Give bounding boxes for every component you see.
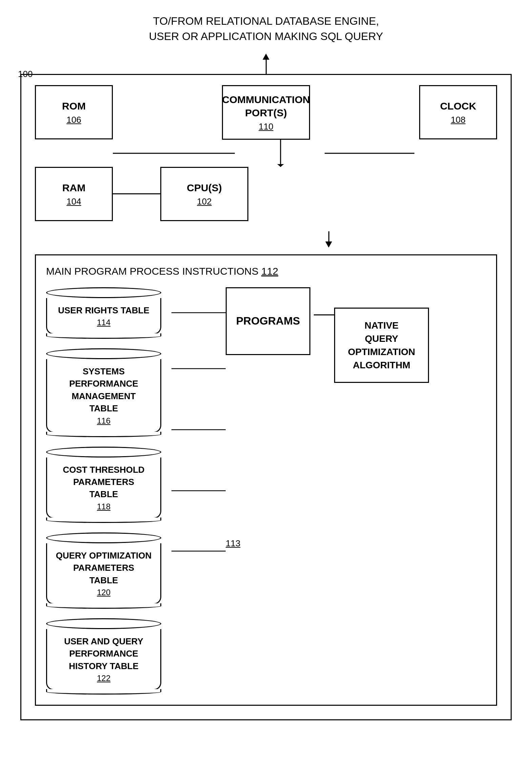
programs-label: PROGRAMS	[236, 315, 300, 327]
spm-ref: 116	[97, 416, 110, 426]
cylinder-user-rights: USER RIGHTS TABLE 114	[46, 287, 161, 339]
uqph-ref: 122	[97, 674, 110, 683]
cylinders-column: USER RIGHTS TABLE 114 SYSTEMS PERFORMANC…	[46, 287, 171, 695]
cpu-box: CPU(S) 102	[160, 167, 248, 221]
main-program-title: MAIN PROGRAM PROCESS INSTRUCTIONS 112	[46, 266, 486, 277]
cost-label: COST THRESHOLD PARAMETERS TABLE	[63, 464, 144, 501]
svg-marker-3	[277, 164, 284, 167]
cylinder-connectors-svg	[171, 287, 226, 695]
rom-ref: 106	[66, 115, 81, 125]
top-connectors-svg	[35, 140, 497, 167]
ref-100-label: 100	[18, 69, 33, 79]
rom-box: ROM 106	[35, 85, 113, 139]
cost-ref: 118	[97, 502, 110, 511]
outer-box-100: 100 ROM 106 COMMUNICATION PORT(S) 110 C	[20, 74, 512, 720]
qopt-ref: 120	[97, 588, 110, 597]
ram-label: RAM	[62, 181, 85, 194]
spm-label: SYSTEMS PERFORMANCE MANAGEMENT TABLE	[54, 365, 154, 415]
ram-ref: 104	[66, 196, 81, 207]
comm-port-ref: 110	[259, 121, 273, 132]
native-query-box: NATIVE QUERY OPTIMIZATION ALGORITHM	[334, 308, 429, 383]
clock-ref: 108	[451, 115, 465, 125]
programs-box: PROGRAMS	[226, 287, 310, 355]
cpu-label: CPU(S)	[187, 181, 222, 194]
cylinder-cost: COST THRESHOLD PARAMETERS TABLE 118	[46, 447, 161, 523]
clock-box: CLOCK 108	[419, 85, 497, 139]
cylinder-spm: SYSTEMS PERFORMANCE MANAGEMENT TABLE 116	[46, 348, 161, 437]
main-program-box: MAIN PROGRAM PROCESS INSTRUCTIONS 112 US…	[35, 254, 497, 706]
ram-box: RAM 104	[35, 167, 113, 221]
rom-label: ROM	[62, 99, 86, 113]
diagram-title: TO/FROM RELATIONAL DATABASE ENGINE, USER…	[149, 14, 383, 44]
uqph-label: USER AND QUERY PERFORMANCE HISTORY TABLE	[64, 635, 143, 672]
comm-port-box: COMMUNICATION PORT(S) 110	[222, 85, 310, 140]
native-query-label: NATIVE QUERY OPTIMIZATION ALGORITHM	[348, 319, 415, 372]
programs-ref: 113	[226, 538, 240, 548]
user-rights-ref: 114	[97, 318, 110, 327]
cylinder-uqph: USER AND QUERY PERFORMANCE HISTORY TABLE…	[46, 618, 161, 695]
page-container: TO/FROM RELATIONAL DATABASE ENGINE, USER…	[20, 14, 512, 720]
comm-port-label: COMMUNICATION PORT(S)	[222, 93, 310, 119]
clock-label: CLOCK	[440, 99, 476, 113]
qopt-label: QUERY OPTIMIZATION PARAMETERS TABLE	[56, 549, 152, 586]
cylinder-qopt: QUERY OPTIMIZATION PARAMETERS TABLE 120	[46, 532, 161, 609]
cpu-ref: 102	[197, 196, 211, 207]
user-rights-label: USER RIGHTS TABLE	[58, 304, 149, 316]
